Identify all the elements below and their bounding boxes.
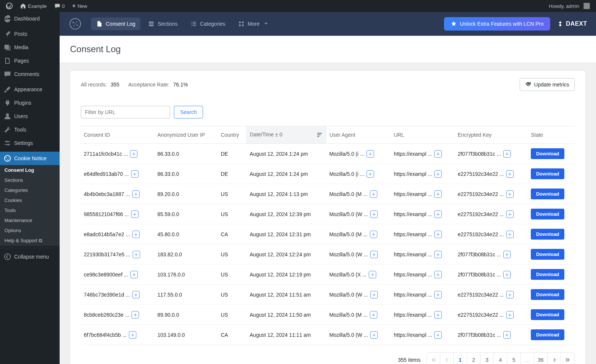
sidebar-sub-item[interactable]: Tools bbox=[0, 205, 60, 215]
column-header[interactable]: Anonymized User IP bbox=[154, 126, 218, 144]
expand-button[interactable]: + bbox=[434, 150, 442, 158]
pager-page[interactable]: 1 bbox=[454, 353, 467, 364]
expand-button[interactable]: + bbox=[132, 190, 140, 198]
expand-button[interactable]: + bbox=[130, 271, 138, 278]
expand-button[interactable]: + bbox=[434, 170, 442, 178]
plugin-tab-consent-log[interactable]: Consent Log bbox=[91, 18, 140, 30]
download-button[interactable]: Download bbox=[531, 148, 564, 159]
sidebar-sub-item[interactable]: Sections bbox=[0, 175, 60, 185]
expand-button[interactable]: + bbox=[506, 211, 514, 218]
expand-button[interactable]: + bbox=[506, 311, 514, 319]
sidebar-item-plugins[interactable]: Plugins bbox=[0, 96, 60, 110]
collapse-menu-button[interactable]: Collapse menu bbox=[0, 250, 60, 263]
download-button[interactable]: Download bbox=[531, 229, 564, 240]
pager-page[interactable]: 2 bbox=[467, 353, 481, 364]
expand-button[interactable]: + bbox=[434, 211, 442, 218]
download-button[interactable]: Download bbox=[531, 269, 564, 280]
download-button[interactable]: Download bbox=[531, 189, 564, 199]
column-header[interactable]: Date/Time ± 0 bbox=[247, 126, 326, 144]
expand-button[interactable]: + bbox=[369, 271, 376, 278]
expand-button[interactable]: + bbox=[367, 150, 374, 158]
plugin-tab-sections[interactable]: Sections bbox=[143, 18, 183, 30]
expand-button[interactable]: + bbox=[434, 311, 442, 319]
new-link[interactable]: + New bbox=[69, 0, 90, 12]
sidebar-item-posts[interactable]: Posts bbox=[0, 27, 60, 41]
expand-button[interactable]: + bbox=[506, 291, 514, 298]
pager-page[interactable]: 3 bbox=[481, 353, 494, 364]
pager-page[interactable]: 36 bbox=[534, 353, 548, 364]
sidebar-item-pages[interactable]: Pages bbox=[0, 54, 60, 67]
expand-button[interactable]: + bbox=[434, 291, 442, 298]
expand-button[interactable]: + bbox=[130, 150, 137, 158]
expand-button[interactable]: + bbox=[370, 311, 377, 319]
unlock-pro-button[interactable]: Unlock Extra Features with LCN Pro bbox=[444, 17, 550, 31]
download-button[interactable]: Download bbox=[531, 209, 564, 219]
search-button[interactable]: Search bbox=[174, 106, 203, 118]
expand-button[interactable]: + bbox=[503, 331, 511, 339]
filter-url-input[interactable] bbox=[81, 106, 170, 118]
expand-button[interactable]: + bbox=[506, 231, 514, 238]
expand-button[interactable]: + bbox=[129, 331, 136, 339]
sidebar-item-tools[interactable]: Tools bbox=[0, 123, 60, 136]
pager-last[interactable] bbox=[561, 353, 574, 364]
column-header[interactable]: Encrypted Key bbox=[455, 126, 528, 144]
expand-button[interactable]: + bbox=[434, 251, 442, 258]
expand-button[interactable]: + bbox=[370, 231, 377, 238]
sidebar-item-comments[interactable]: Comments bbox=[0, 67, 60, 81]
expand-button[interactable]: + bbox=[434, 271, 442, 278]
sidebar-sub-item[interactable]: Cookies bbox=[0, 195, 60, 205]
sidebar-item-settings[interactable]: Settings bbox=[0, 136, 60, 150]
expand-button[interactable]: + bbox=[132, 231, 140, 238]
column-header[interactable]: Country bbox=[218, 126, 247, 144]
sidebar-item-users[interactable]: Users bbox=[0, 110, 60, 123]
download-button[interactable]: Download bbox=[531, 289, 564, 300]
sidebar-sub-item[interactable]: Consent Log bbox=[0, 165, 60, 175]
expand-button[interactable]: + bbox=[370, 331, 378, 339]
sidebar-item-appearance[interactable]: Appearance bbox=[0, 83, 60, 96]
expand-button[interactable]: + bbox=[370, 251, 378, 258]
wp-logo[interactable] bbox=[3, 0, 16, 12]
expand-button[interactable]: + bbox=[503, 150, 511, 158]
sidebar-sub-item[interactable]: Options bbox=[0, 225, 60, 235]
expand-button[interactable]: + bbox=[434, 190, 442, 198]
column-header[interactable]: User Agent bbox=[326, 126, 391, 144]
comments-link[interactable]: 0 bbox=[51, 0, 68, 12]
site-link[interactable]: Example bbox=[17, 0, 50, 12]
expand-button[interactable]: + bbox=[367, 170, 374, 178]
pager-page[interactable]: 4 bbox=[494, 353, 507, 364]
expand-button[interactable]: + bbox=[503, 251, 511, 258]
download-button[interactable]: Download bbox=[531, 168, 564, 179]
pager-page[interactable]: 5 bbox=[507, 353, 521, 364]
expand-button[interactable]: + bbox=[370, 211, 378, 218]
expand-button[interactable]: + bbox=[506, 170, 514, 178]
sidebar-item-dashboard[interactable]: Dashboard bbox=[0, 12, 60, 25]
expand-button[interactable]: + bbox=[133, 251, 140, 258]
expand-button[interactable]: + bbox=[434, 331, 442, 339]
column-header[interactable]: Consent ID bbox=[81, 126, 154, 144]
download-button[interactable]: Download bbox=[531, 329, 564, 340]
plugin-tab-categories[interactable]: Categories bbox=[185, 18, 231, 30]
column-header[interactable]: URL bbox=[391, 126, 455, 144]
expand-button[interactable]: + bbox=[131, 311, 139, 319]
sidebar-sub-item[interactable]: Help & Support ⧉ bbox=[0, 235, 60, 246]
expand-button[interactable]: + bbox=[503, 271, 511, 278]
expand-button[interactable]: + bbox=[131, 211, 139, 218]
download-button[interactable]: Download bbox=[531, 249, 564, 260]
download-button[interactable]: Download bbox=[531, 309, 564, 320]
sidebar-item-cookie-notice[interactable]: Cookie Notice bbox=[0, 152, 60, 165]
expand-button[interactable]: + bbox=[434, 231, 442, 238]
sidebar-sub-item[interactable]: Categories bbox=[0, 185, 60, 195]
sidebar-item-media[interactable]: Media bbox=[0, 41, 60, 54]
pager-next[interactable] bbox=[548, 353, 561, 364]
plugin-tab-more[interactable]: More bbox=[233, 18, 275, 30]
account-link[interactable]: Howdy, admin bbox=[546, 0, 593, 12]
expand-button[interactable]: + bbox=[131, 170, 139, 178]
expand-button[interactable]: + bbox=[132, 291, 140, 298]
daext-brand[interactable]: DAEXT bbox=[557, 20, 587, 27]
sidebar-sub-item[interactable]: Maintenance bbox=[0, 215, 60, 225]
update-metrics-button[interactable]: Update metrics bbox=[520, 78, 575, 91]
expand-button[interactable]: + bbox=[370, 291, 378, 298]
expand-button[interactable]: + bbox=[506, 190, 514, 198]
column-header[interactable]: State bbox=[528, 126, 575, 144]
expand-button[interactable]: + bbox=[370, 190, 377, 198]
